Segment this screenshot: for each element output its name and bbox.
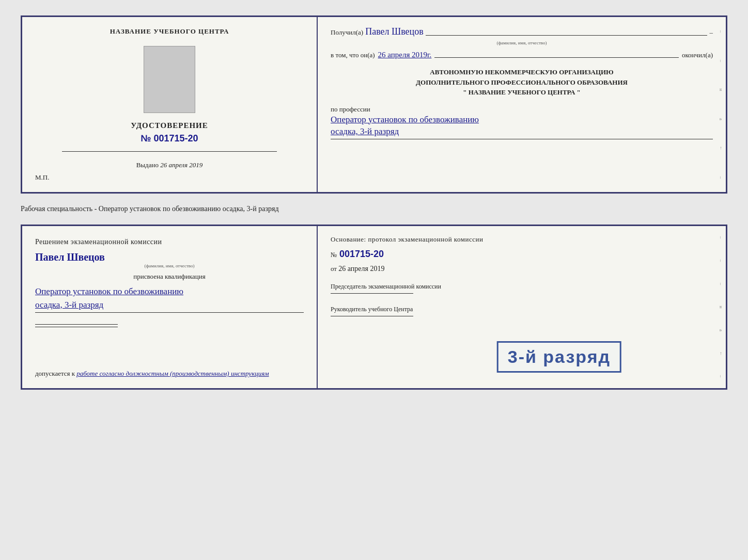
profession-block: по профессии Оператор установок по обезв… [331, 105, 713, 140]
cert-number: № 001715-20 [141, 133, 198, 144]
page-wrapper: НАЗВАНИЕ УЧЕБНОГО ЦЕНТРА УДОСТОВЕРЕНИЕ №… [10, 10, 738, 395]
org-block: АВТОНОМНУЮ НЕКОММЕРЧЕСКУЮ ОРГАНИЗАЦИЮ ДО… [331, 67, 713, 98]
completion-date: 26 апреля 2019г. [378, 51, 432, 59]
marker-r1: – [719, 236, 724, 239]
cert-number-prefix: № [141, 133, 151, 143]
profession-text: Оператор установок по обезвоживанию [331, 114, 713, 126]
stamp-text: 3-й разряд [508, 347, 611, 366]
mp-label: М.П. [35, 173, 49, 182]
completion-line: в том, что он(а) 26 апреля 2019г. окончи… [331, 51, 713, 59]
profession-line2: осадка, 3-й разряд [331, 125, 713, 139]
stamp: 3-й разряд [497, 341, 621, 373]
document-card-1: НАЗВАНИЕ УЧЕБНОГО ЦЕНТРА УДОСТОВЕРЕНИЕ №… [21, 15, 727, 194]
doc1-right-panel: Получил(а) Павел Швецов – (фамилия, имя,… [318, 17, 726, 192]
signature-lines-left [35, 322, 304, 329]
doc2-profession-block: Оператор установок по обезвоживанию осад… [35, 285, 304, 313]
admitted-label: допускается к [35, 370, 75, 377]
director-sig-line [331, 316, 413, 316]
marker6: – [719, 177, 724, 179]
marker-r4: и [719, 306, 724, 309]
issued-label: Выдано [136, 161, 159, 169]
admitted-block: допускается к работе согласно должностны… [35, 365, 304, 378]
issued-date: 26 апреля 2019 [160, 161, 202, 169]
marker-r7: – [719, 375, 724, 378]
doc2-left-panel: Решением экзаменационной комиссии Павел … [22, 226, 318, 388]
doc2-person-name: Павел Швецов [35, 251, 304, 263]
decision-text: Решением экзаменационной комиссии [35, 236, 304, 247]
doc1-left-panel: НАЗВАНИЕ УЧЕБНОГО ЦЕНТРА УДОСТОВЕРЕНИЕ №… [22, 17, 318, 192]
marker-r2: – [719, 260, 724, 262]
doc2-profession-line2: осадка, 3-й разряд [35, 298, 304, 313]
from-date-value: 26 апреля 2019 [338, 265, 384, 273]
name-hint: (фамилия, имя, отчество) [331, 40, 713, 45]
director-label: Руководитель учебного Центра [331, 305, 713, 314]
marker-r3: – [719, 283, 724, 285]
cert-title: УДОСТОВЕРЕНИЕ [131, 121, 208, 130]
marker-r5: а [719, 329, 724, 331]
doc2-right-panel: Основание: протокол экзаменационной коми… [318, 226, 726, 388]
doc2-profession-text: Оператор установок по обезвоживанию [35, 285, 304, 298]
from-label: от [331, 265, 337, 273]
issued-line: Выдано 26 апреля 2019 [35, 161, 304, 169]
chairman-label: Председатель экзаменационной комиссии [331, 282, 713, 291]
basis-label: Основание: протокол экзаменационной коми… [331, 235, 713, 244]
marker2: – [719, 60, 724, 62]
marker4: а [719, 118, 724, 120]
recipient-name: Павел Швецов [365, 26, 424, 37]
cert-number-value: 001715-20 [154, 133, 198, 143]
protocol-prefix: № [331, 251, 337, 259]
admitted-text: работе согласно должностным (производств… [76, 370, 269, 377]
spine-marks-2: – – – и а ← – [716, 226, 726, 388]
marker3: и [719, 89, 724, 91]
separator-text: Рабочая специальность - Оператор установ… [21, 203, 727, 215]
photo-placeholder [144, 46, 195, 113]
doc2-name-block: Павел Швецов (фамилия, имя, отчество) [35, 251, 304, 268]
chairman-block: Председатель экзаменационной комиссии [331, 282, 713, 296]
recipient-line: Получил(а) Павел Швецов – (фамилия, имя,… [331, 26, 713, 45]
doc1-org-name: НАЗВАНИЕ УЧЕБНОГО ЦЕНТРА [110, 27, 229, 36]
spine-marks-1: – – и а ← – [716, 17, 726, 192]
protocol-line: № 001715-20 [331, 249, 713, 260]
received-label: Получил(а) [331, 28, 363, 37]
document-card-2: Решением экзаменационной комиссии Павел … [21, 225, 727, 390]
completed-label: окончил(а) [682, 51, 713, 59]
org-line1: АВТОНОМНУЮ НЕКОММЕРЧЕСКУЮ ОРГАНИЗАЦИЮ [331, 67, 713, 77]
from-date-line: от 26 апреля 2019 [331, 265, 713, 273]
profession-label: по профессии [331, 105, 713, 114]
marker1: – [719, 30, 724, 33]
protocol-number: 001715-20 [339, 249, 384, 260]
doc2-name-hint: (фамилия, имя, отчество) [35, 263, 304, 268]
sig-line-2 [35, 327, 118, 327]
marker-r6: ← [719, 351, 724, 356]
in-that-label: в том, что он(а) [331, 51, 375, 59]
director-block: Руководитель учебного Центра [331, 305, 713, 318]
marker5: ← [719, 146, 724, 151]
chairman-sig-line [331, 293, 413, 294]
org-line3: " НАЗВАНИЕ УЧЕБНОГО ЦЕНТРА " [331, 87, 713, 98]
assigned-label: присвоена квалификация [35, 273, 304, 281]
org-line2: ДОПОЛНИТЕЛЬНОГО ПРОФЕССИОНАЛЬНОГО ОБРАЗО… [331, 77, 713, 88]
sig-line-1 [35, 324, 118, 325]
